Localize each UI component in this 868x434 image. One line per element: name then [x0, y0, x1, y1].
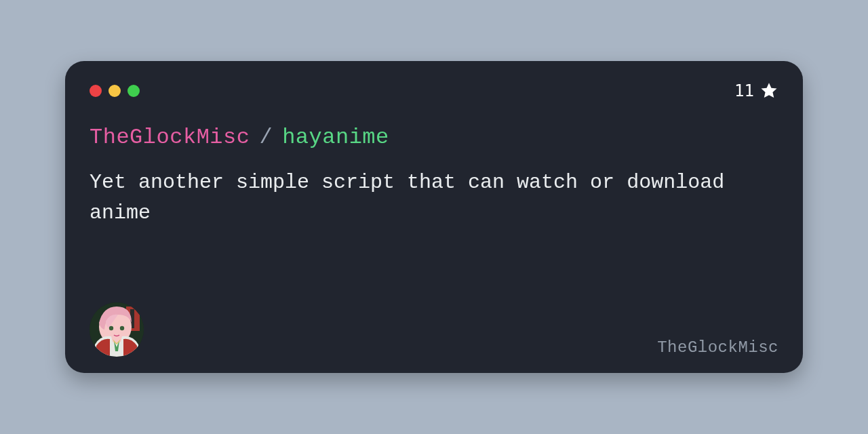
repo-description: Yet another simple script that can watch…	[90, 167, 734, 229]
card-footer: TheGlockMisc	[90, 302, 778, 357]
traffic-lights	[90, 85, 140, 97]
close-icon[interactable]	[90, 85, 102, 97]
svg-point-5	[120, 326, 124, 330]
star-icon	[760, 81, 778, 100]
breadcrumb-separator: /	[259, 125, 273, 150]
footer-username[interactable]: TheGlockMisc	[657, 338, 778, 357]
repo-owner[interactable]: TheGlockMisc	[90, 125, 250, 150]
maximize-icon[interactable]	[127, 85, 140, 97]
avatar[interactable]	[90, 302, 144, 357]
repo-breadcrumb: TheGlockMisc / hayanime	[90, 125, 778, 150]
repo-name[interactable]: hayanime	[282, 125, 389, 150]
titlebar: 11	[90, 81, 778, 100]
repo-card: 11 TheGlockMisc / hayanime Yet another s…	[65, 61, 803, 373]
svg-point-4	[109, 326, 113, 330]
star-count: 11	[734, 83, 754, 99]
minimize-icon[interactable]	[108, 85, 121, 97]
star-count-group: 11	[734, 81, 778, 100]
